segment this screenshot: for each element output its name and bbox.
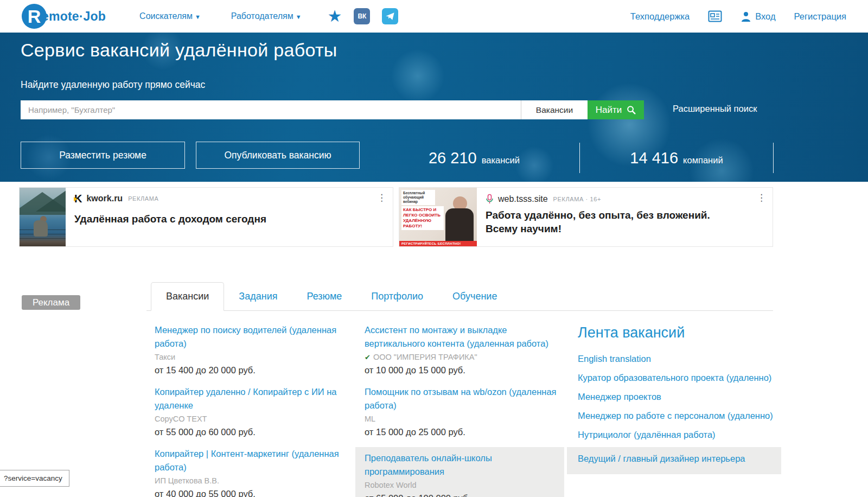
search-icon	[627, 105, 636, 114]
stat-companies: 14 416 компаний	[580, 149, 773, 167]
top-navbar: R emote·Job Соискателям▼ Работодателям▼ …	[0, 0, 868, 33]
job-list-column-1: Менеджер по поиску водителей (удаленная …	[155, 323, 349, 497]
news-icon[interactable]	[708, 10, 722, 22]
advanced-search-link[interactable]: Расширенный поиск	[673, 104, 757, 114]
link-preview-status-bar: ?service=vacancy	[0, 470, 69, 487]
job-item: Ассистент по монтажу и выкладке вертикал…	[365, 323, 564, 377]
search-scope-select[interactable]: Вакансии	[521, 100, 588, 119]
ad-badge: РЕКЛАМА	[128, 195, 158, 202]
divider	[773, 143, 774, 173]
menu-item-employers[interactable]: Работодателям▼	[231, 11, 302, 21]
company-name: ✔ООО "ИМПЕРИЯ ТРАФИКА"	[365, 352, 564, 363]
search-input[interactable]	[21, 100, 521, 119]
job-title-link[interactable]: Менеджер по поиску водителей (удаленная …	[155, 323, 349, 351]
search-bar: Вакансии Найти	[21, 100, 644, 119]
tab-tasks[interactable]: Задания	[224, 282, 292, 311]
tab-portfolio[interactable]: Портфолио	[356, 282, 438, 311]
ad-headline[interactable]: Работа удалённо, без опыта, без вложений…	[486, 208, 741, 235]
feed-link[interactable]: English translation	[578, 352, 781, 366]
logo-text: emote·Job	[42, 9, 106, 24]
ad-site-link[interactable]: web.tsss.site	[498, 194, 548, 204]
job-title-link[interactable]: Копирайтер | Контент-маркетинг (удаленна…	[155, 447, 349, 474]
job-title-link[interactable]: Ассистент по монтажу и выкладке вертикал…	[365, 323, 564, 351]
hero-subtitle: Найдите удаленную работу прямо сейчас	[21, 79, 205, 91]
vacancy-feed: Лента вакансий English translation Курат…	[578, 324, 781, 474]
tab-training[interactable]: Обучение	[438, 282, 512, 311]
post-resume-button[interactable]: Разместить резюме	[21, 142, 185, 169]
menu-item-seekers[interactable]: Соискателям▼	[139, 11, 201, 21]
job-title-link[interactable]: Копирайтер удаленно / Копирайтер с ИИ на…	[155, 385, 349, 412]
microphone-icon	[486, 194, 494, 205]
ad-card-webinar[interactable]: Бесплатный обучающий вебинар КАК БЫСТРО …	[399, 187, 773, 247]
more-options-icon[interactable]: ⋮	[757, 194, 766, 202]
register-link[interactable]: Регистрация	[794, 11, 846, 22]
navbar-right: Техподдержка Вход Регистрация	[630, 10, 846, 22]
ad-thumbnail: Бесплатный обучающий вебинар КАК БЫСТРО …	[399, 188, 477, 246]
support-link[interactable]: Техподдержка	[630, 11, 690, 22]
feed-link[interactable]: Менеджер по работе с персоналом (удаленн…	[578, 409, 781, 423]
company-name: Robotex World	[365, 480, 564, 491]
job-title-link[interactable]: Помощник по отзывам на wb/ozon (удаленна…	[365, 385, 564, 412]
page-title: Сервис вакансий удалённой работы	[21, 40, 337, 61]
job-item: Копирайтер удаленно / Копирайтер с ИИ на…	[155, 385, 349, 438]
job-item: Помощник по отзывам на wb/ozon (удаленна…	[365, 385, 564, 438]
ad-badge: РЕКЛАМА · 16+	[553, 196, 601, 202]
cta-buttons: Разместить резюме Опубликовать вакансию	[21, 142, 360, 169]
ad-site-link[interactable]: kwork.ru	[86, 194, 123, 203]
site-logo[interactable]: R emote·Job	[22, 4, 106, 29]
job-item: Копирайтер | Контент-маркетинг (удаленна…	[155, 447, 349, 497]
more-options-icon[interactable]: ⋮	[377, 194, 386, 202]
stat-vacancies: 26 210 вакансий	[369, 149, 579, 167]
favorites-star-icon[interactable]: ★	[328, 8, 342, 24]
site-stats: 26 210 вакансий 14 416 компаний	[369, 143, 774, 173]
job-item-highlighted: Преподаватель онлайн-школы программирова…	[355, 447, 564, 497]
salary: от 15 400 до 20 000 руб.	[155, 364, 349, 377]
company-name: CopyCO TEXT	[155, 413, 349, 425]
feed-link[interactable]: Нутрициолог (удалённая работа)	[578, 428, 781, 442]
company-name: Такси	[155, 352, 349, 363]
feed-link[interactable]: Менеджер проектов	[578, 390, 781, 404]
company-name: ML	[365, 413, 564, 425]
content-tabs: Вакансии Задания Резюме Портфолио Обучен…	[151, 282, 512, 311]
salary: от 55 000 до 60 000 руб.	[155, 425, 349, 438]
ad-thumbnail	[20, 188, 66, 246]
search-button[interactable]: Найти	[588, 100, 644, 119]
sidebar-ad-label: Реклама	[22, 295, 80, 310]
ad-card-kwork[interactable]: K kwork.ru РЕКЛАМА Удалённая работа с до…	[19, 187, 393, 247]
ad-banner-row: K kwork.ru РЕКЛАМА Удалённая работа с до…	[19, 187, 773, 247]
login-link[interactable]: Вход	[741, 11, 775, 22]
job-item: Менеджер по поиску водителей (удаленная …	[155, 323, 349, 377]
salary: от 15 000 до 25 000 руб.	[365, 425, 564, 438]
telegram-icon[interactable]	[382, 8, 398, 24]
hero-banner: Сервис вакансий удалённой работы Найдите…	[0, 33, 868, 182]
post-vacancy-button[interactable]: Опубликовать вакансию	[196, 142, 360, 169]
verified-icon: ✔	[365, 353, 371, 361]
kwork-logo-icon: K	[74, 194, 82, 203]
job-list-column-2: Ассистент по монтажу и выкладке вертикал…	[365, 323, 564, 497]
feed-link-highlighted[interactable]: Ведущий / главный дизайнер интерьера	[567, 447, 781, 474]
ad-headline[interactable]: Удалённая работа с доходом сегодня	[74, 212, 266, 226]
job-title-link[interactable]: Преподаватель онлайн-школы программирова…	[365, 451, 564, 479]
social-icons: ★ ВК	[328, 8, 399, 24]
tab-resumes[interactable]: Резюме	[292, 282, 357, 311]
salary: от 40 000 до 55 000 руб.	[155, 487, 349, 497]
chevron-down-icon: ▼	[195, 14, 201, 20]
salary: от 65 000 до 100 000 руб.	[365, 492, 564, 497]
chevron-down-icon: ▼	[296, 14, 302, 20]
feed-link[interactable]: Куратор образовательного проекта (удален…	[578, 371, 781, 385]
main-menu: Соискателям▼ Работодателям▼	[139, 11, 301, 21]
vk-icon[interactable]: ВК	[354, 8, 370, 24]
salary: от 10 000 до 15 000 руб.	[365, 364, 564, 377]
tab-vacancies[interactable]: Вакансии	[151, 282, 224, 311]
feed-heading: Лента вакансий	[578, 324, 781, 341]
user-icon	[741, 11, 751, 22]
company-name: ИП Цветкова В.В.	[155, 475, 349, 487]
